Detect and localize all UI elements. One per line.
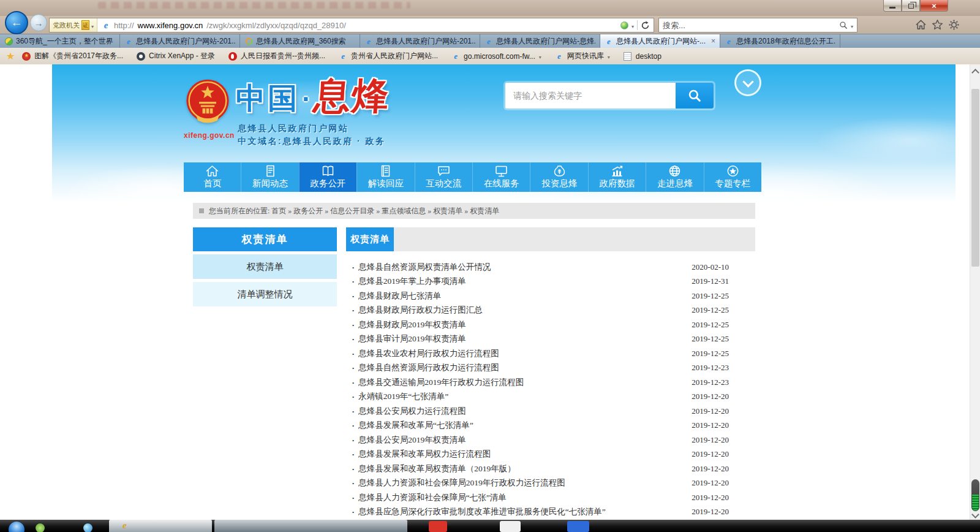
close-button[interactable]: × bbox=[920, 0, 948, 12]
article-date: 2019-12-25 bbox=[692, 291, 755, 301]
article-link[interactable]: 息烽县交通运输局2019年行政权力运行流程图 bbox=[346, 377, 524, 388]
back-button[interactable]: ← bbox=[5, 11, 28, 34]
favorites-item[interactable]: e go.microsoft.com-fw... bbox=[445, 50, 548, 63]
nav-item[interactable]: 专题专栏 bbox=[704, 162, 761, 192]
scroll-bottom-grip[interactable] bbox=[971, 479, 979, 511]
nav-item[interactable]: 互动交流 bbox=[415, 162, 472, 192]
favorites-item[interactable]: e 网页快讯库 bbox=[549, 50, 616, 63]
taskbar-app-button[interactable]: e bbox=[109, 520, 212, 532]
start-button[interactable] bbox=[9, 522, 24, 532]
address-caret-icon[interactable] bbox=[631, 20, 634, 31]
nav-item[interactable]: 在线服务 bbox=[472, 162, 530, 192]
favorites-item[interactable]: Citrix XenApp - 登录 bbox=[130, 50, 221, 63]
browser-tab[interactable]: 息烽县人民政府网_360搜索 bbox=[240, 34, 360, 48]
url-path: /zwgk/xxgkml/zdlyxx/qzqd/qzqd_28910/ bbox=[206, 21, 346, 30]
favorites-add-star-icon[interactable]: ★ bbox=[6, 51, 15, 61]
nav-item[interactable]: 首页 bbox=[184, 162, 241, 192]
home-icon[interactable] bbox=[915, 19, 927, 31]
browser-tab[interactable]: e 息烽县人民政府门户网站-息烽... bbox=[480, 34, 600, 48]
browser-tab[interactable]: 360导航_一个主页，整个世界 bbox=[0, 34, 120, 48]
article-link[interactable]: 息烽县自然资源局权责清单公开情况 bbox=[346, 262, 491, 273]
article-link[interactable]: 息烽县财政局行政权力运行图汇总 bbox=[346, 305, 483, 316]
main-navigation: 首页 新闻动态 政务公开 解读回应 互动交流 bbox=[184, 162, 761, 192]
sidebar-item[interactable]: 清单调整情况 bbox=[193, 282, 337, 306]
restore-button[interactable] bbox=[902, 0, 920, 12]
list-row: 息烽县农业农村局行政权力运行流程图 2019-12-25 bbox=[346, 346, 755, 361]
article-link[interactable]: 息烽县人力资源和社会保障局“七张”清单 bbox=[346, 492, 507, 503]
article-link[interactable]: 息烽县发展和改革局权责清单（2019年版） bbox=[346, 463, 516, 474]
settings-gear-icon[interactable] bbox=[948, 19, 960, 31]
article-link[interactable]: 息烽县自然资源局行政权力运行流程图 bbox=[346, 362, 499, 373]
site-search-input[interactable] bbox=[505, 83, 676, 108]
browser-tab[interactable]: e 息烽县2018年政府信息公开工... bbox=[720, 34, 840, 48]
article-link[interactable]: 息烽县财政局2019年权责清单 bbox=[346, 319, 466, 330]
breadcrumb-text[interactable]: 您当前所在的位置: 首页 » 政务公开 » 信息公开目录 » 重点领域信息 » … bbox=[209, 206, 499, 216]
nav-item[interactable]: 投资息烽 bbox=[530, 162, 587, 192]
site-identity-badge[interactable]: 党政机关 证 bbox=[50, 18, 97, 32]
taskbar-icon[interactable] bbox=[429, 521, 447, 532]
favorites-star-icon[interactable] bbox=[932, 19, 943, 31]
article-date: 2019-12-20 bbox=[692, 493, 755, 503]
scrollbar-thumb[interactable] bbox=[971, 89, 979, 267]
url-text[interactable]: e http://www.xifeng.gov.cn/zwgk/xxgkml/z… bbox=[97, 21, 620, 30]
scroll-down-icon[interactable] bbox=[971, 511, 979, 519]
banner-collapse-button[interactable] bbox=[734, 69, 761, 96]
scroll-up-icon[interactable] bbox=[971, 69, 979, 77]
search-icon[interactable] bbox=[839, 21, 848, 29]
nav-item[interactable]: 政府数据 bbox=[588, 162, 646, 192]
browser-tab[interactable]: e 息烽县人民政府门户网站-... × bbox=[600, 34, 720, 48]
forward-button[interactable]: → bbox=[30, 14, 47, 31]
taskbar-icon[interactable] bbox=[500, 521, 521, 532]
minimize-button[interactable] bbox=[883, 0, 902, 12]
nav-item[interactable]: 新闻动态 bbox=[241, 162, 298, 192]
article-link[interactable]: 息烽县公安局权力运行流程图 bbox=[346, 406, 466, 417]
favorites-item[interactable]: 图解《贵州省2017年政务... bbox=[16, 50, 129, 63]
browser-search-box[interactable] bbox=[658, 18, 858, 32]
favorites-dropdown-icon[interactable] bbox=[608, 52, 610, 61]
speed-test-icon[interactable] bbox=[620, 21, 628, 29]
nav-item[interactable]: 走进息烽 bbox=[646, 162, 703, 192]
article-link[interactable]: 息烽县发展和改革局权力运行流程图 bbox=[346, 449, 491, 460]
nav-item[interactable]: 解读回应 bbox=[356, 162, 414, 192]
search-caret-icon[interactable] bbox=[851, 20, 853, 31]
breadcrumb-square-icon bbox=[199, 208, 204, 213]
address-field-tools bbox=[620, 20, 654, 31]
site-search-box[interactable] bbox=[505, 83, 714, 108]
favorites-item[interactable]: e 贵州省人民政府门户网站... bbox=[333, 50, 444, 63]
address-field[interactable]: 党政机关 证 e http://www.xifeng.gov.cn/zwgk/x… bbox=[49, 18, 654, 32]
article-link[interactable]: 息烽县2019年掌上办事项清单 bbox=[346, 276, 466, 287]
browser-search-input[interactable] bbox=[663, 21, 836, 30]
favorites-item[interactable]: desktop bbox=[617, 50, 668, 63]
favorites-item-label: 网页快讯库 bbox=[567, 51, 604, 61]
article-link[interactable]: 息烽县财政局七张清单 bbox=[346, 291, 441, 302]
article-link[interactable]: 息烽县审计局2019年权责清单 bbox=[346, 333, 466, 344]
browser-tab[interactable]: e 息烽县人民政府门户网站-201... bbox=[120, 34, 240, 48]
site-search-button[interactable] bbox=[676, 83, 714, 108]
list-row: 息烽县交通运输局2019年行政权力运行流程图 2019-12-23 bbox=[346, 375, 755, 390]
article-link[interactable]: 息烽县应急局深化行政审批制度改革推进审批服务便民化“七张清单” bbox=[346, 506, 606, 517]
taskbar-icon[interactable] bbox=[83, 523, 92, 532]
taskbar-app-button[interactable] bbox=[214, 520, 407, 532]
favorites-dropdown-icon[interactable] bbox=[539, 52, 541, 61]
article-link[interactable]: 息烽县人力资源和社会保障局2019年行政权力运行流程图 bbox=[346, 477, 565, 488]
ie-icon: e bbox=[605, 37, 613, 45]
breadcrumb: 您当前所在的位置: 首页 » 政务公开 » 信息公开目录 » 重点领域信息 » … bbox=[193, 203, 755, 219]
list-row: 息烽县自然资源局行政权力运行流程图 2019-12-23 bbox=[346, 361, 755, 376]
vertical-scrollbar[interactable] bbox=[970, 64, 980, 520]
nav-item[interactable]: 政务公开 bbox=[299, 162, 356, 192]
article-link[interactable]: 息烽县公安局2019年权责清单 bbox=[346, 435, 466, 446]
article-link[interactable]: 息烽县农业农村局行政权力运行流程图 bbox=[346, 348, 499, 359]
ie-icon: e bbox=[124, 37, 133, 45]
sidebar-item-label: 清单调整情况 bbox=[238, 289, 293, 300]
favorites-item[interactable]: 人民日报看贵州--贵州频... bbox=[222, 50, 331, 63]
refresh-icon[interactable] bbox=[641, 21, 650, 30]
taskbar-icon[interactable] bbox=[36, 523, 45, 532]
article-link[interactable]: 息烽县发展和改革局“七张清单” bbox=[346, 420, 473, 431]
article-date: 2019-12-25 bbox=[692, 320, 755, 330]
article-link[interactable]: 永靖镇2019年“七张清单” bbox=[346, 391, 448, 402]
taskbar-icon[interactable] bbox=[567, 521, 589, 532]
tab-close-icon[interactable]: × bbox=[710, 37, 715, 45]
sidebar-item[interactable]: 权责清单 bbox=[193, 254, 337, 279]
browser-tab[interactable]: e 息烽县人民政府门户网站-201... bbox=[360, 34, 480, 48]
tab-label: 息烽县2018年政府信息公开工... bbox=[736, 36, 835, 47]
